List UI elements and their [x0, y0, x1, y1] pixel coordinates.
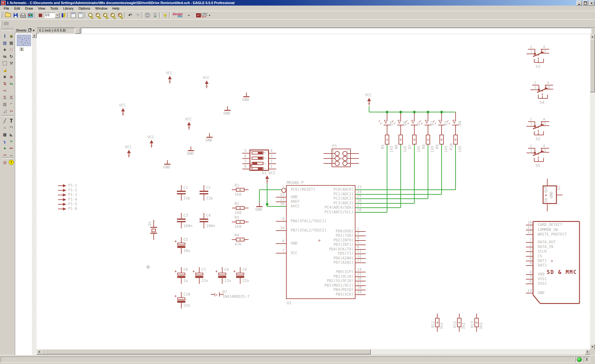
cap-lead[interactable]	[181, 222, 182, 228]
vcc-pin-cross[interactable]	[207, 85, 207, 87]
led-lead[interactable]	[387, 125, 387, 135]
tool-net[interactable]: ≡	[8, 138, 15, 145]
tool-copy[interactable]: ∷	[8, 46, 15, 53]
connector-origin[interactable]	[341, 157, 341, 160]
schematic-canvas[interactable]: VCCVCCVCCVCCVCCVCCVCCGNDGNDGNDGNDGNDGNDP…	[37, 34, 590, 349]
cap-plate-hollow[interactable]	[177, 297, 185, 300]
net-wire[interactable]	[259, 189, 281, 190]
menu-options[interactable]: Options	[76, 6, 93, 11]
tool-bus[interactable]: ┓	[2, 138, 8, 145]
res-lead[interactable]	[459, 327, 460, 332]
scroll-up-icon[interactable]: ▲	[590, 34, 595, 39]
toolbar-handle[interactable]	[1, 21, 2, 26]
net-wire[interactable]	[387, 145, 387, 212]
menu-edit[interactable]: Edit	[12, 6, 23, 11]
pin-lead[interactable]	[347, 153, 359, 154]
led-lead[interactable]	[428, 125, 428, 135]
tool-gateswap[interactable]: ⇋	[8, 80, 15, 87]
cap-lead[interactable]	[181, 237, 182, 243]
gnd-bar[interactable]	[164, 164, 170, 165]
res-origin[interactable]	[477, 321, 477, 324]
junction-dot[interactable]	[386, 111, 388, 113]
tool-attribute[interactable]: >AT	[2, 152, 8, 158]
cam-processor-button[interactable]	[27, 12, 34, 19]
net-wire[interactable]	[355, 198, 428, 199]
res-lead[interactable]	[476, 314, 477, 318]
switch-bracket[interactable]	[534, 62, 544, 63]
sheets-scrollbar[interactable]: ▲	[32, 33, 37, 355]
switch-bracket[interactable]	[538, 159, 539, 162]
sheet-selector[interactable]: 1/1▼	[44, 12, 60, 19]
horizontal-scrollbar[interactable]: ◄ ►	[37, 349, 590, 354]
dropdown-arrow-icon[interactable]: ▼	[55, 13, 60, 18]
cap-lead[interactable]	[240, 278, 240, 284]
junction-dot[interactable]	[266, 203, 268, 206]
sheet-origin-cross[interactable]	[148, 265, 148, 269]
cap-lead[interactable]	[181, 303, 182, 309]
error-indicator[interactable]: !	[584, 357, 590, 362]
connector-outline[interactable]	[533, 221, 580, 222]
minimize-button[interactable]	[576, 1, 582, 6]
scroll-right-icon[interactable]: ►	[585, 349, 590, 354]
zoom-redraw-button[interactable]: ↻	[117, 12, 124, 19]
cap-plate[interactable]	[218, 276, 226, 278]
cap-plate[interactable]	[177, 191, 186, 192]
tool-rotate[interactable]: ↻	[8, 53, 15, 60]
pin-lead[interactable]	[276, 230, 286, 231]
res-lead[interactable]	[232, 239, 236, 240]
save-button[interactable]	[12, 12, 19, 19]
switch-bracket[interactable]	[543, 158, 544, 162]
open-board-button[interactable]	[37, 12, 44, 19]
cap-lead[interactable]	[181, 213, 182, 219]
res-lead[interactable]	[437, 327, 438, 332]
pin-lead[interactable]	[58, 199, 63, 200]
coordinate-mode-button[interactable]	[75, 28, 80, 34]
pin-lead[interactable]	[547, 204, 548, 211]
cap-lead[interactable]	[204, 194, 204, 201]
net-wire[interactable]	[355, 194, 442, 195]
switch-bracket[interactable]	[543, 59, 544, 63]
switch-bracket[interactable]	[547, 95, 548, 98]
tool-value[interactable]: R210k	[8, 94, 15, 101]
open-button[interactable]	[4, 12, 12, 19]
cap-lead[interactable]	[181, 185, 182, 191]
switch-bracket[interactable]	[538, 132, 539, 135]
pin-lead[interactable]	[58, 209, 63, 209]
menu-tools[interactable]: Tools	[48, 6, 61, 11]
pin-lead[interactable]	[269, 153, 276, 154]
tool-erc[interactable]: ◎	[2, 159, 8, 166]
pin-lead[interactable]	[242, 169, 249, 169]
float-panel-icon[interactable]	[28, 29, 31, 32]
gnd-bar[interactable]	[206, 137, 213, 138]
res-origin[interactable]	[240, 188, 240, 191]
connector-outline[interactable]	[579, 221, 580, 303]
dip-slider-position[interactable]	[258, 168, 262, 170]
connector-pad[interactable]	[335, 161, 340, 166]
vcc-pin-cross[interactable]	[129, 154, 129, 157]
menu-file[interactable]: File	[1, 6, 12, 11]
vcc-pin-cross[interactable]	[267, 180, 267, 182]
net-wire[interactable]	[455, 145, 456, 190]
led-icon[interactable]: ▽	[425, 118, 429, 125]
cap-plate-hollow[interactable]	[177, 243, 185, 245]
res-origin[interactable]	[401, 138, 401, 141]
res-origin[interactable]	[459, 321, 460, 324]
cap-lead[interactable]	[204, 185, 204, 191]
crystal-body[interactable]	[152, 229, 156, 232]
cap-plate[interactable]	[177, 276, 185, 278]
junction-dot[interactable]	[413, 111, 416, 113]
zoom-fit-button[interactable]	[87, 12, 94, 19]
cap-lead[interactable]	[181, 194, 182, 201]
res-origin[interactable]	[428, 138, 428, 141]
ltc-spice-menu[interactable]: LTLTCspice▼	[191, 12, 216, 19]
menu-library[interactable]: Library	[61, 6, 76, 11]
connector-pad[interactable]	[335, 151, 340, 156]
cap-plate[interactable]	[177, 246, 185, 248]
vcc-pin-cross[interactable]	[369, 102, 369, 105]
net-wire[interactable]	[441, 145, 442, 194]
res-origin[interactable]	[437, 321, 438, 324]
zoom-out-button[interactable]: −	[102, 12, 109, 19]
junction-dot[interactable]	[427, 111, 429, 113]
tool-group[interactable]	[2, 60, 8, 67]
maximize-button[interactable]	[583, 1, 588, 6]
